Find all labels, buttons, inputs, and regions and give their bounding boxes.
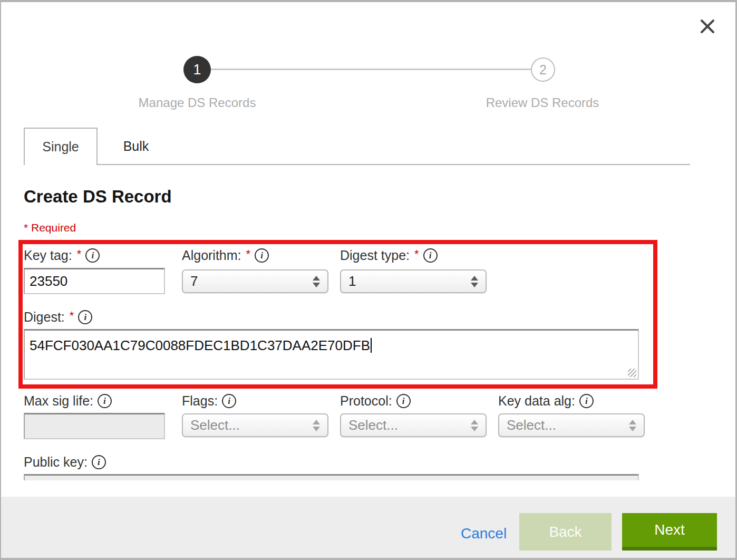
step-1-label: Manage DS Records	[105, 95, 289, 110]
select-arrows-icon	[471, 420, 478, 431]
create-ds-record-dialog: 1 2 Manage DS Records Review DS Records …	[0, 0, 737, 560]
tab-bulk[interactable]: Bulk	[99, 129, 173, 164]
info-icon[interactable]: i	[579, 394, 594, 408]
resize-handle-icon[interactable]	[628, 369, 636, 377]
protocol-label: Protocol: i	[340, 393, 411, 408]
max-sig-life-label: Max sig life: i	[24, 393, 112, 408]
info-icon[interactable]: i	[98, 394, 112, 408]
key-data-alg-label-text: Key data alg:	[498, 393, 575, 408]
step-1-circle: 1	[183, 56, 211, 83]
select-arrows-icon	[471, 276, 478, 287]
stepper-connector	[211, 69, 531, 70]
info-icon[interactable]: i	[92, 455, 106, 469]
close-button[interactable]	[697, 16, 718, 37]
digest-type-select-value: 1	[348, 273, 356, 289]
flags-label: Flags: i	[182, 393, 236, 408]
back-button[interactable]: Back	[519, 513, 612, 551]
algorithm-select[interactable]: 7	[182, 269, 328, 293]
tab-bar-divider	[98, 164, 690, 165]
public-key-label-text: Public key:	[24, 455, 88, 469]
flags-select[interactable]: Select...	[182, 413, 328, 437]
key-data-alg-label: Key data alg: i	[498, 393, 594, 408]
flags-label-text: Flags:	[182, 393, 218, 408]
protocol-select-value: Select...	[348, 417, 398, 433]
step-2-circle: 2	[531, 57, 555, 82]
next-button[interactable]: Next	[622, 513, 717, 551]
info-icon[interactable]: i	[78, 310, 92, 324]
protocol-select[interactable]: Select...	[340, 413, 487, 437]
page-title: Create DS Record	[24, 187, 172, 207]
info-icon[interactable]: i	[85, 248, 100, 263]
select-arrows-icon	[313, 276, 320, 287]
key-tag-input[interactable]	[24, 268, 165, 294]
algorithm-label-text: Algorithm:	[182, 248, 241, 263]
algorithm-label: Algorithm: * i	[182, 248, 269, 263]
key-data-alg-select[interactable]: Select...	[498, 413, 645, 437]
flags-select-value: Select...	[190, 417, 240, 433]
public-key-label: Public key: i	[24, 455, 106, 469]
algorithm-select-value: 7	[190, 273, 198, 289]
info-icon[interactable]: i	[222, 394, 236, 408]
required-asterisk: *	[70, 310, 74, 322]
select-arrows-icon	[313, 420, 320, 431]
public-key-textarea[interactable]	[24, 474, 639, 480]
close-icon	[700, 19, 715, 34]
step-2-label: Review DS Records	[450, 95, 635, 110]
text-cursor	[371, 338, 372, 353]
max-sig-life-input[interactable]	[24, 413, 165, 439]
key-tag-label-text: Key tag:	[24, 248, 72, 263]
digest-label: Digest: * i	[24, 310, 92, 324]
required-note: * Required	[24, 221, 76, 234]
cancel-button[interactable]: Cancel	[461, 525, 507, 542]
required-asterisk: *	[246, 248, 251, 260]
info-icon[interactable]: i	[255, 248, 269, 263]
required-asterisk: *	[77, 248, 82, 260]
tab-single[interactable]: Single	[24, 128, 98, 165]
digest-value: 54FCF030AA1C79C0088FDEC1BD1C37DAA2E70DFB	[30, 337, 370, 353]
digest-type-label-text: Digest type:	[340, 248, 410, 263]
protocol-label-text: Protocol:	[340, 393, 392, 408]
digest-type-select[interactable]: 1	[340, 269, 487, 293]
select-arrows-icon	[629, 420, 636, 431]
info-icon[interactable]: i	[423, 248, 438, 263]
key-tag-label: Key tag: * i	[24, 248, 100, 263]
digest-type-label: Digest type: * i	[340, 248, 438, 263]
digest-label-text: Digest:	[24, 310, 65, 324]
digest-textarea[interactable]: 54FCF030AA1C79C0088FDEC1BD1C37DAA2E70DFB	[24, 329, 639, 380]
info-icon[interactable]: i	[396, 394, 411, 408]
required-asterisk: *	[414, 248, 419, 260]
max-sig-life-label-text: Max sig life:	[24, 393, 93, 408]
key-data-alg-select-value: Select...	[507, 417, 556, 433]
